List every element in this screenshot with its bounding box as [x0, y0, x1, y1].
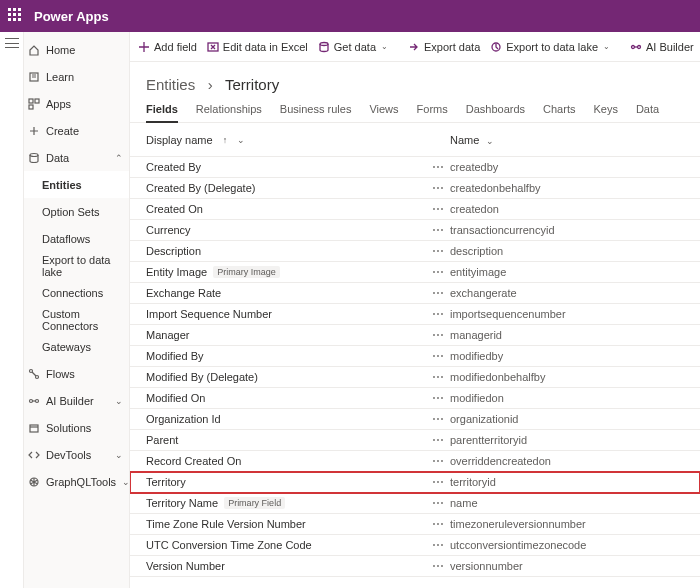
table-row[interactable]: Entity ImagePrimary Image⋯entityimage: [130, 262, 700, 283]
cell-display-name: Time Zone Rule Version Number: [146, 518, 426, 530]
sidebar-item-label: Dataflows: [42, 233, 90, 245]
sidebar-item-flows[interactable]: Flows: [24, 360, 129, 387]
svg-rect-1: [29, 99, 33, 103]
tab-forms[interactable]: Forms: [417, 103, 448, 122]
tab-keys[interactable]: Keys: [593, 103, 617, 122]
sidebar-item-custom-connectors[interactable]: Custom Connectors: [24, 306, 129, 333]
chevron-down-icon: ⌄: [115, 396, 123, 406]
sidebar-item-option-sets[interactable]: Option Sets: [24, 198, 129, 225]
table-row[interactable]: Modified By (Delegate)⋯modifiedonbehalfb…: [130, 367, 700, 388]
row-more-icon[interactable]: ⋯: [426, 349, 450, 363]
tab-relationships[interactable]: Relationships: [196, 103, 262, 122]
export-lake-label: Export to data lake: [506, 41, 598, 53]
cell-name: transactioncurrencyid: [450, 224, 684, 236]
table-row[interactable]: Organization Id⋯organizationid: [130, 409, 700, 430]
row-more-icon[interactable]: ⋯: [426, 538, 450, 552]
table-row[interactable]: Exchange Rate⋯exchangerate: [130, 283, 700, 304]
edit-excel-button[interactable]: Edit data in Excel: [207, 41, 308, 53]
sidebar-item-export-to-data-lake[interactable]: Export to data lake: [24, 252, 129, 279]
row-more-icon[interactable]: ⋯: [426, 286, 450, 300]
cell-name: organizationid: [450, 413, 684, 425]
cell-name: entityimage: [450, 266, 684, 278]
table-row[interactable]: Territory⋯territoryid: [130, 472, 700, 493]
row-more-icon[interactable]: ⋯: [426, 181, 450, 195]
tab-charts[interactable]: Charts: [543, 103, 575, 122]
ai-builder-label: AI Builder: [646, 41, 694, 53]
sidebar-item-apps[interactable]: Apps: [24, 90, 129, 117]
table-row[interactable]: Manager⋯managerid: [130, 325, 700, 346]
row-more-icon[interactable]: ⋯: [426, 160, 450, 174]
tab-dashboards[interactable]: Dashboards: [466, 103, 525, 122]
tab-fields[interactable]: Fields: [146, 103, 178, 123]
cell-display-name: Exchange Rate: [146, 287, 426, 299]
table-row[interactable]: Version Number⋯versionnumber: [130, 556, 700, 577]
sidebar-item-home[interactable]: Home: [24, 36, 129, 63]
row-more-icon[interactable]: ⋯: [426, 244, 450, 258]
table-row[interactable]: Import Sequence Number⋯importsequencenum…: [130, 304, 700, 325]
table-row[interactable]: Modified On⋯modifiedon: [130, 388, 700, 409]
sidebar-item-label: Home: [46, 44, 75, 56]
row-more-icon[interactable]: ⋯: [426, 475, 450, 489]
cell-name: name: [450, 497, 684, 509]
export-lake-button[interactable]: Export to data lake ⌄: [490, 41, 610, 53]
table-row[interactable]: Modified By⋯modifiedby: [130, 346, 700, 367]
row-more-icon[interactable]: ⋯: [426, 454, 450, 468]
table-row[interactable]: Territory NamePrimary Field⋯name: [130, 493, 700, 514]
sidebar-item-devtools[interactable]: DevTools⌄: [24, 441, 129, 468]
table-row[interactable]: Parent⋯parentterritoryid: [130, 430, 700, 451]
get-data-label: Get data: [334, 41, 376, 53]
sidebar-item-entities[interactable]: Entities: [24, 171, 129, 198]
sidebar-item-dataflows[interactable]: Dataflows: [24, 225, 129, 252]
sidebar-item-ai-builder[interactable]: AI Builder⌄: [24, 387, 129, 414]
flows-icon: [28, 368, 40, 380]
sidebar-item-gateways[interactable]: Gateways: [24, 333, 129, 360]
table-row[interactable]: Time Zone Rule Version Number⋯timezoneru…: [130, 514, 700, 535]
row-more-icon[interactable]: ⋯: [426, 370, 450, 384]
row-more-icon[interactable]: ⋯: [426, 412, 450, 426]
table-row[interactable]: UTC Conversion Time Zone Code⋯utcconvers…: [130, 535, 700, 556]
sidebar-item-label: Connections: [42, 287, 103, 299]
sidebar-item-graphqltools[interactable]: GraphQLTools⌄: [24, 468, 129, 495]
export-data-button[interactable]: Export data: [408, 41, 480, 53]
data-icon: [28, 152, 40, 164]
sidebar-item-learn[interactable]: Learn: [24, 63, 129, 90]
add-field-button[interactable]: Add field: [138, 41, 197, 53]
table-row[interactable]: Created By (Delegate)⋯createdonbehalfby: [130, 178, 700, 199]
tab-data[interactable]: Data: [636, 103, 659, 122]
cell-name: createdonbehalfby: [450, 182, 684, 194]
ai-builder-button[interactable]: AI Builder ⌄: [630, 41, 700, 53]
table-row[interactable]: Currency⋯transactioncurrencyid: [130, 220, 700, 241]
table-row[interactable]: Description⋯description: [130, 241, 700, 262]
col-header-display[interactable]: Display name ↑ ⌄: [146, 134, 426, 146]
table-row[interactable]: Created On⋯createdon: [130, 199, 700, 220]
row-more-icon[interactable]: ⋯: [426, 202, 450, 216]
breadcrumb-root[interactable]: Entities: [146, 76, 195, 93]
row-more-icon[interactable]: ⋯: [426, 433, 450, 447]
row-more-icon[interactable]: ⋯: [426, 307, 450, 321]
table-row[interactable]: Record Created On⋯overriddencreatedon: [130, 451, 700, 472]
sidebar-item-data[interactable]: Data⌃: [24, 144, 129, 171]
chevron-down-icon: ⌄: [237, 135, 245, 145]
sidebar-item-connections[interactable]: Connections: [24, 279, 129, 306]
get-data-button[interactable]: Get data ⌄: [318, 41, 388, 53]
table-row[interactable]: Created By⋯createdby: [130, 157, 700, 178]
row-more-icon[interactable]: ⋯: [426, 328, 450, 342]
tab-views[interactable]: Views: [369, 103, 398, 122]
row-more-icon[interactable]: ⋯: [426, 559, 450, 573]
sidebar-item-create[interactable]: Create: [24, 117, 129, 144]
row-more-icon[interactable]: ⋯: [426, 265, 450, 279]
row-more-icon[interactable]: ⋯: [426, 496, 450, 510]
row-more-icon[interactable]: ⋯: [426, 223, 450, 237]
col-header-name[interactable]: Name ⌄: [450, 134, 684, 146]
waffle-icon[interactable]: [8, 8, 24, 24]
svg-point-15: [638, 45, 641, 48]
sidebar-item-solutions[interactable]: Solutions: [24, 414, 129, 441]
chevron-down-icon: ⌄: [381, 42, 388, 51]
tab-business-rules[interactable]: Business rules: [280, 103, 352, 122]
ai-icon: [630, 41, 642, 53]
hamburger-icon[interactable]: [5, 38, 19, 48]
row-more-icon[interactable]: ⋯: [426, 391, 450, 405]
row-more-icon[interactable]: ⋯: [426, 517, 450, 531]
svg-point-7: [30, 399, 33, 402]
command-bar: Add field Edit data in Excel Get data ⌄ …: [130, 32, 700, 62]
